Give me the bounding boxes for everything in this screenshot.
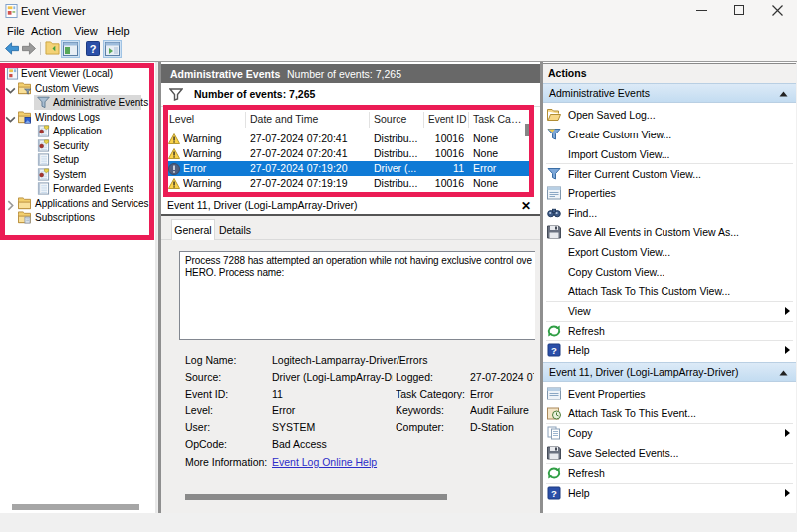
svg-text:?: ? [90, 43, 97, 55]
svg-text:?: ? [551, 345, 557, 356]
svg-text:?: ? [551, 488, 557, 499]
